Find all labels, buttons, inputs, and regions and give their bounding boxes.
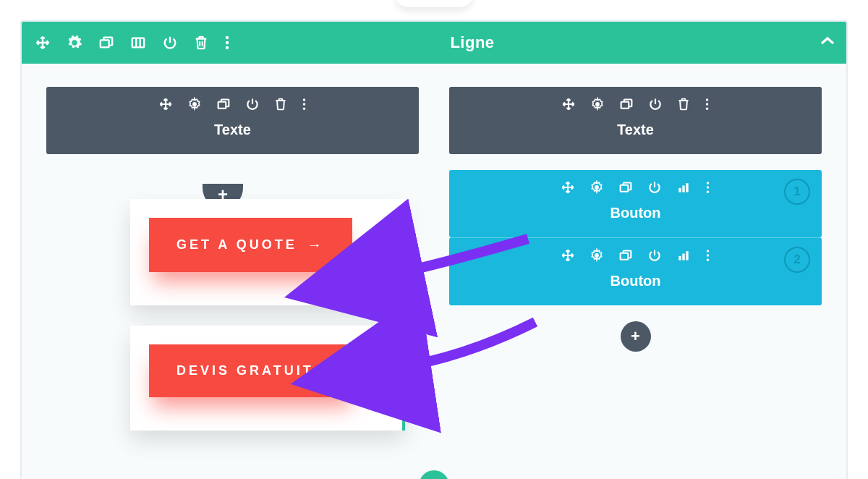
more-icon[interactable] (705, 97, 710, 111)
power-icon[interactable] (647, 248, 662, 263)
chevron-up-icon (820, 36, 835, 46)
button-preview-overlay: GET A QUOTE → DEVIS GRATUIT ! (130, 199, 405, 431)
column-2: Texte 1 (449, 87, 822, 352)
module-toolbar (46, 87, 419, 111)
module-text[interactable]: Texte (46, 87, 419, 154)
move-icon[interactable] (561, 180, 575, 195)
move-icon[interactable] (158, 97, 173, 111)
svg-point-9 (303, 107, 306, 110)
stats-icon[interactable] (676, 180, 691, 195)
svg-rect-0 (101, 40, 109, 47)
svg-point-7 (303, 98, 306, 101)
button-label: DEVIS GRATUIT ! (176, 363, 328, 378)
more-icon[interactable] (705, 180, 710, 195)
move-icon[interactable] (561, 248, 575, 263)
duplicate-icon[interactable] (618, 181, 633, 194)
collapse-button[interactable] (809, 36, 846, 49)
power-icon[interactable] (647, 180, 662, 195)
add-module-button[interactable]: + (621, 321, 651, 352)
svg-rect-6 (218, 102, 226, 109)
svg-point-30 (707, 258, 710, 261)
power-icon[interactable] (245, 97, 260, 111)
svg-point-15 (595, 185, 599, 190)
duplicate-icon[interactable] (619, 98, 634, 111)
svg-rect-18 (682, 186, 684, 192)
svg-point-13 (706, 103, 709, 106)
ab-badge: 2 (784, 247, 810, 273)
module-toolbar (449, 87, 822, 111)
preview-card: GET A QUOTE → (130, 199, 405, 305)
svg-rect-19 (686, 183, 688, 192)
trash-icon[interactable] (274, 97, 287, 111)
svg-point-14 (706, 107, 709, 110)
duplicate-icon[interactable] (618, 249, 633, 262)
canvas-top-tab (394, 0, 474, 7)
stats-icon[interactable] (676, 248, 691, 263)
svg-point-20 (707, 182, 710, 185)
more-icon[interactable] (302, 97, 307, 111)
gear-icon[interactable] (187, 97, 202, 111)
add-row-button[interactable]: + (419, 470, 449, 479)
svg-point-28 (707, 250, 710, 253)
preview-button-devis[interactable]: DEVIS GRATUIT ! (149, 344, 355, 397)
ab-badge: 1 (784, 179, 810, 205)
svg-point-10 (595, 102, 600, 106)
svg-rect-24 (621, 253, 629, 260)
gear-icon[interactable] (590, 180, 604, 195)
ab-test-group: 1 Bouton 2 (449, 170, 822, 305)
svg-point-21 (707, 186, 710, 189)
move-icon[interactable] (35, 35, 51, 51)
svg-rect-26 (682, 254, 684, 260)
arrow-right-icon: → (307, 237, 325, 253)
svg-rect-25 (678, 256, 681, 260)
svg-point-29 (707, 254, 710, 257)
module-label: Bouton (449, 263, 822, 305)
svg-point-12 (706, 98, 709, 101)
module-label: Texte (46, 111, 419, 154)
module-label: Bouton (449, 195, 822, 237)
module-text[interactable]: Texte (449, 87, 822, 154)
preview-button-quote[interactable]: GET A QUOTE → (149, 218, 352, 272)
trash-icon[interactable] (677, 97, 690, 111)
row-header: Ligne (22, 22, 846, 64)
svg-point-23 (595, 253, 599, 258)
svg-point-8 (303, 103, 306, 106)
module-toolbar (449, 170, 822, 195)
svg-rect-27 (686, 251, 688, 260)
module-button-variant[interactable]: 1 Bouton (449, 170, 822, 237)
duplicate-icon[interactable] (216, 98, 231, 111)
svg-rect-11 (621, 102, 629, 109)
svg-point-22 (707, 190, 710, 193)
power-icon[interactable] (648, 97, 663, 111)
svg-rect-16 (621, 185, 629, 192)
preview-card: DEVIS GRATUIT ! (130, 326, 405, 431)
duplicate-icon[interactable] (98, 35, 114, 50)
move-icon[interactable] (561, 97, 576, 111)
gear-icon[interactable] (590, 248, 604, 263)
module-toolbar (449, 238, 822, 263)
button-label: GET A QUOTE (176, 237, 297, 253)
gear-icon[interactable] (590, 97, 605, 111)
more-icon[interactable] (705, 248, 710, 263)
gear-icon[interactable] (67, 35, 82, 51)
svg-rect-17 (678, 188, 681, 192)
module-button-variant[interactable]: 2 Bouton (449, 237, 822, 305)
svg-point-5 (192, 102, 197, 106)
row-title: Ligne (136, 33, 809, 52)
module-label: Texte (449, 111, 822, 154)
